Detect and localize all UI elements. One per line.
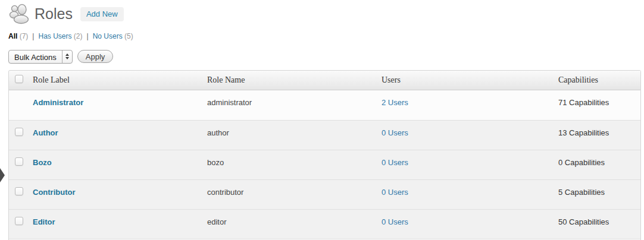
role-label-link[interactable]: Author	[33, 128, 58, 137]
capabilities-count: 71 Capabilities	[558, 98, 609, 107]
bulk-actions-bar: Bulk Actions Apply	[8, 49, 641, 64]
role-label-link[interactable]: Editor	[33, 217, 55, 226]
chevron-down-icon	[65, 57, 69, 59]
users-link[interactable]: 0 Users	[382, 158, 408, 167]
filter-count: (5)	[124, 32, 133, 40]
users-link[interactable]: 0 Users	[382, 217, 408, 226]
role-name: administrator	[207, 98, 252, 107]
capabilities-count: 50 Capabilities	[558, 217, 609, 226]
role-label-link[interactable]: Contributor	[33, 188, 75, 197]
add-new-button[interactable]: Add New	[80, 7, 124, 21]
filter-label: All	[8, 32, 17, 40]
role-name: bozo	[207, 158, 224, 167]
table-header-row: Role Label Role Name Users Capabilities	[9, 71, 640, 90]
column-header-role-label: Role Label	[29, 71, 203, 90]
filter-label: No Users	[93, 32, 123, 40]
column-header-role-name: Role Name	[203, 71, 377, 90]
capabilities-count: 0 Capabilities	[558, 158, 605, 167]
filter-separator: |	[87, 32, 89, 40]
row-checkbox[interactable]	[15, 217, 23, 225]
column-header-users: Users	[377, 71, 554, 90]
bulk-actions-select[interactable]: Bulk Actions	[8, 50, 73, 64]
roles-page: Roles Add New All (7)|Has Users (2)|No U…	[8, 0, 641, 240]
users-icon	[8, 3, 29, 24]
role-name: contributor	[207, 188, 243, 197]
role-name: author	[207, 128, 229, 137]
filter-count: (2)	[74, 32, 83, 40]
table-row: Contributor contributor 0 Users 5 Capabi…	[9, 179, 640, 209]
bulk-actions-selected-option: Bulk Actions	[9, 50, 62, 63]
capabilities-count: 13 Capabilities	[558, 128, 609, 137]
table-row: Author author 0 Users 13 Capabilities	[9, 120, 640, 150]
filter-link-no-users[interactable]: No Users (5)	[93, 32, 133, 40]
table-row: Administrator administrator 2 Users 71 C…	[9, 90, 640, 120]
table-row: Bozo bozo 0 Users 0 Capabilities	[9, 150, 640, 179]
select-all-checkbox[interactable]	[15, 75, 23, 83]
filter-count: (7)	[20, 32, 29, 40]
role-label-link[interactable]: Bozo	[33, 158, 52, 167]
filter-link-all[interactable]: All (7)	[8, 32, 28, 40]
role-label-link[interactable]: Administrator	[33, 98, 83, 107]
left-edge-arrow	[0, 168, 5, 182]
row-checkbox[interactable]	[15, 187, 23, 195]
filter-links: All (7)|Has Users (2)|No Users (5)	[8, 32, 641, 40]
users-link[interactable]: 0 Users	[382, 188, 408, 197]
users-link[interactable]: 0 Users	[382, 128, 408, 137]
column-header-capabilities: Capabilities	[554, 71, 640, 90]
row-checkbox[interactable]	[15, 157, 23, 166]
row-checkbox[interactable]	[15, 128, 23, 136]
apply-button[interactable]: Apply	[77, 50, 114, 63]
roles-table: Role Label Role Name Users Capabilities …	[8, 70, 641, 240]
role-name: editor	[207, 217, 227, 226]
chevron-up-icon	[65, 53, 69, 56]
filter-label: Has Users	[38, 32, 71, 40]
users-link[interactable]: 2 Users	[382, 98, 408, 107]
table-row: Editor editor 0 Users 50 Capabilities	[9, 209, 640, 239]
page-header: Roles Add New	[8, 0, 641, 24]
page-title: Roles	[35, 7, 73, 21]
capabilities-count: 5 Capabilities	[558, 188, 605, 197]
filter-link-has-users[interactable]: Has Users (2)	[38, 32, 82, 40]
filter-separator: |	[32, 32, 34, 40]
select-stepper-icon	[62, 50, 72, 63]
